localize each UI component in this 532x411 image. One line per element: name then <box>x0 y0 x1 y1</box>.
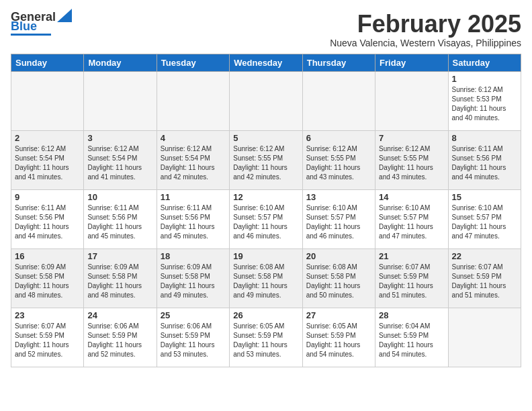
day-number: 2 <box>15 133 80 143</box>
day-info: Sunrise: 6:09 AMSunset: 5:58 PMDaylight:… <box>15 263 80 300</box>
calendar-cell <box>157 71 229 130</box>
day-info: Sunrise: 6:12 AMSunset: 5:55 PMDaylight:… <box>306 144 371 182</box>
day-info: Sunrise: 6:09 AMSunset: 5:58 PMDaylight:… <box>87 263 152 300</box>
calendar-cell: 14Sunrise: 6:10 AMSunset: 5:57 PMDayligh… <box>375 189 448 248</box>
calendar-header-row: SundayMondayTuesdayWednesdayThursdayFrid… <box>11 54 521 71</box>
day-info: Sunrise: 6:08 AMSunset: 5:58 PMDaylight:… <box>306 263 371 300</box>
day-number: 22 <box>452 251 517 261</box>
calendar-week-row: 2Sunrise: 6:12 AMSunset: 5:54 PMDaylight… <box>11 130 521 189</box>
calendar-cell: 19Sunrise: 6:08 AMSunset: 5:58 PMDayligh… <box>230 248 302 308</box>
svg-marker-0 <box>57 9 72 22</box>
day-info: Sunrise: 6:11 AMSunset: 5:56 PMDaylight:… <box>15 203 80 241</box>
calendar-week-row: 1Sunrise: 6:12 AMSunset: 5:53 PMDaylight… <box>11 71 521 130</box>
day-info: Sunrise: 6:12 AMSunset: 5:54 PMDaylight:… <box>87 144 152 182</box>
day-number: 24 <box>87 310 152 320</box>
calendar-cell: 10Sunrise: 6:11 AMSunset: 5:56 PMDayligh… <box>84 189 157 248</box>
day-number: 7 <box>379 133 444 143</box>
logo-icon <box>57 9 72 22</box>
day-number: 20 <box>306 251 371 261</box>
day-number: 16 <box>15 251 80 261</box>
calendar-cell: 15Sunrise: 6:10 AMSunset: 5:57 PMDayligh… <box>448 189 521 248</box>
calendar-cell: 25Sunrise: 6:06 AMSunset: 5:59 PMDayligh… <box>157 308 229 367</box>
calendar-cell <box>448 308 521 367</box>
day-info: Sunrise: 6:04 AMSunset: 5:59 PMDaylight:… <box>379 322 444 359</box>
title-area: February 2025 Nueva Valencia, Western Vi… <box>330 11 521 48</box>
calendar-cell: 16Sunrise: 6:09 AMSunset: 5:58 PMDayligh… <box>11 248 84 308</box>
calendar-cell: 18Sunrise: 6:09 AMSunset: 5:58 PMDayligh… <box>157 248 229 308</box>
day-number: 10 <box>87 192 152 202</box>
day-number: 27 <box>306 310 371 320</box>
calendar-week-row: 16Sunrise: 6:09 AMSunset: 5:58 PMDayligh… <box>11 248 521 308</box>
day-info: Sunrise: 6:12 AMSunset: 5:53 PMDaylight:… <box>452 85 517 123</box>
day-number: 9 <box>15 192 80 202</box>
day-number: 5 <box>233 133 298 143</box>
day-info: Sunrise: 6:11 AMSunset: 5:56 PMDaylight:… <box>87 203 152 241</box>
calendar-cell: 20Sunrise: 6:08 AMSunset: 5:58 PMDayligh… <box>302 248 375 308</box>
calendar-cell: 12Sunrise: 6:10 AMSunset: 5:57 PMDayligh… <box>230 189 302 248</box>
day-number: 18 <box>161 251 226 261</box>
page-header: General Blue February 2025 Nueva Valenci… <box>11 11 521 48</box>
day-number: 8 <box>452 133 517 143</box>
weekday-header: Monday <box>84 54 157 71</box>
day-info: Sunrise: 6:12 AMSunset: 5:55 PMDaylight:… <box>379 144 444 182</box>
day-number: 21 <box>379 251 444 261</box>
day-info: Sunrise: 6:07 AMSunset: 5:59 PMDaylight:… <box>452 263 517 300</box>
calendar-table: SundayMondayTuesdayWednesdayThursdayFrid… <box>11 54 521 367</box>
calendar-cell: 17Sunrise: 6:09 AMSunset: 5:58 PMDayligh… <box>84 248 157 308</box>
weekday-header: Saturday <box>448 54 521 71</box>
day-number: 1 <box>452 74 517 84</box>
weekday-header: Thursday <box>302 54 375 71</box>
calendar-cell: 24Sunrise: 6:06 AMSunset: 5:59 PMDayligh… <box>84 308 157 367</box>
day-info: Sunrise: 6:06 AMSunset: 5:59 PMDaylight:… <box>87 322 152 359</box>
logo-underline <box>11 34 51 36</box>
day-info: Sunrise: 6:11 AMSunset: 5:56 PMDaylight:… <box>452 144 517 182</box>
day-info: Sunrise: 6:06 AMSunset: 5:59 PMDaylight:… <box>161 322 226 359</box>
day-number: 14 <box>379 192 444 202</box>
calendar-week-row: 23Sunrise: 6:07 AMSunset: 5:59 PMDayligh… <box>11 308 521 367</box>
day-info: Sunrise: 6:05 AMSunset: 5:59 PMDaylight:… <box>233 322 298 359</box>
day-number: 12 <box>233 192 298 202</box>
calendar-week-row: 9Sunrise: 6:11 AMSunset: 5:56 PMDaylight… <box>11 189 521 248</box>
day-info: Sunrise: 6:10 AMSunset: 5:57 PMDaylight:… <box>452 203 517 241</box>
day-info: Sunrise: 6:10 AMSunset: 5:57 PMDaylight:… <box>233 203 298 241</box>
calendar-cell: 3Sunrise: 6:12 AMSunset: 5:54 PMDaylight… <box>84 130 157 189</box>
day-info: Sunrise: 6:10 AMSunset: 5:57 PMDaylight:… <box>306 203 371 241</box>
day-number: 11 <box>161 192 226 202</box>
calendar-cell <box>84 71 157 130</box>
calendar-cell: 4Sunrise: 6:12 AMSunset: 5:54 PMDaylight… <box>157 130 229 189</box>
day-info: Sunrise: 6:07 AMSunset: 5:59 PMDaylight:… <box>15 322 80 359</box>
day-info: Sunrise: 6:08 AMSunset: 5:58 PMDaylight:… <box>233 263 298 300</box>
day-info: Sunrise: 6:09 AMSunset: 5:58 PMDaylight:… <box>161 263 226 300</box>
day-info: Sunrise: 6:12 AMSunset: 5:55 PMDaylight:… <box>233 144 298 182</box>
weekday-header: Friday <box>375 54 448 71</box>
calendar-cell: 22Sunrise: 6:07 AMSunset: 5:59 PMDayligh… <box>448 248 521 308</box>
calendar-cell: 23Sunrise: 6:07 AMSunset: 5:59 PMDayligh… <box>11 308 84 367</box>
day-info: Sunrise: 6:10 AMSunset: 5:57 PMDaylight:… <box>379 203 444 241</box>
calendar-cell: 27Sunrise: 6:05 AMSunset: 5:59 PMDayligh… <box>302 308 375 367</box>
logo: General Blue <box>11 11 72 36</box>
day-info: Sunrise: 6:12 AMSunset: 5:54 PMDaylight:… <box>161 144 226 182</box>
day-info: Sunrise: 6:12 AMSunset: 5:54 PMDaylight:… <box>15 144 80 182</box>
day-number: 26 <box>233 310 298 320</box>
calendar-cell: 1Sunrise: 6:12 AMSunset: 5:53 PMDaylight… <box>448 71 521 130</box>
weekday-header: Tuesday <box>157 54 229 71</box>
day-number: 23 <box>15 310 80 320</box>
day-number: 17 <box>87 251 152 261</box>
calendar-cell: 13Sunrise: 6:10 AMSunset: 5:57 PMDayligh… <box>302 189 375 248</box>
day-number: 25 <box>161 310 226 320</box>
calendar-cell: 7Sunrise: 6:12 AMSunset: 5:55 PMDaylight… <box>375 130 448 189</box>
day-number: 19 <box>233 251 298 261</box>
weekday-header: Wednesday <box>230 54 302 71</box>
calendar-cell <box>302 71 375 130</box>
calendar-cell: 28Sunrise: 6:04 AMSunset: 5:59 PMDayligh… <box>375 308 448 367</box>
day-number: 4 <box>161 133 226 143</box>
calendar-cell: 11Sunrise: 6:11 AMSunset: 5:56 PMDayligh… <box>157 189 229 248</box>
day-number: 15 <box>452 192 517 202</box>
month-title: February 2025 <box>330 11 521 38</box>
day-info: Sunrise: 6:05 AMSunset: 5:59 PMDaylight:… <box>306 322 371 359</box>
weekday-header: Sunday <box>11 54 84 71</box>
location: Nueva Valencia, Western Visayas, Philipp… <box>330 38 521 48</box>
calendar-cell: 5Sunrise: 6:12 AMSunset: 5:55 PMDaylight… <box>230 130 302 189</box>
day-number: 3 <box>87 133 152 143</box>
calendar-cell: 6Sunrise: 6:12 AMSunset: 5:55 PMDaylight… <box>302 130 375 189</box>
